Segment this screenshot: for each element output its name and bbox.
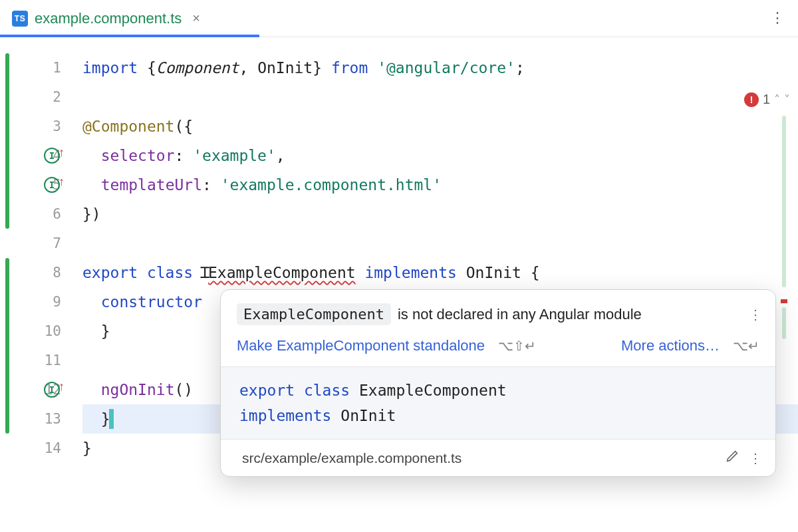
- implements-gutter-icon[interactable]: I↑: [44, 382, 65, 398]
- editor-gutter: 1 2 3 4 I↑ 5 I↑ 6 7 8 9 10 11 12 I↑ 13 1…: [0, 37, 82, 532]
- more-actions-link[interactable]: More actions…: [621, 337, 720, 354]
- popup-header: ExampleComponent is not declared in any …: [221, 290, 775, 334]
- problems-indicator[interactable]: ! 1 ˄ ˅: [744, 92, 790, 107]
- line-number[interactable]: 11: [37, 352, 61, 368]
- line-number[interactable]: 1: [37, 60, 61, 76]
- popup-actions: Make ExampleComponent standalone ⌥⇧↵ Mor…: [221, 334, 775, 366]
- minimap-change-marker[interactable]: [782, 307, 786, 339]
- popup-more-icon[interactable]: ⋮: [749, 307, 762, 323]
- code-line: [82, 82, 798, 112]
- edit-pencil-icon[interactable]: [725, 449, 739, 467]
- tab-title: example.component.ts: [35, 10, 182, 27]
- code-line: selector: 'example',: [82, 141, 798, 170]
- code-line: templateUrl: 'example.component.html': [82, 170, 798, 200]
- popup-code-preview: export class ExampleComponent implements…: [221, 366, 775, 439]
- line-number[interactable]: 8: [37, 265, 61, 281]
- implements-gutter-icon[interactable]: I↑: [44, 148, 65, 164]
- popup-message: is not declared in any Angular module: [398, 306, 642, 323]
- typescript-icon: TS: [12, 11, 28, 27]
- line-number[interactable]: 9: [37, 294, 61, 310]
- editor-tab-bar: TS example.component.ts × ⋮: [0, 0, 798, 37]
- popup-footer: src/example/example.component.ts ⋮: [221, 439, 775, 476]
- error-icon: !: [744, 92, 759, 107]
- line-number[interactable]: 6: [37, 206, 61, 222]
- error-count: 1: [763, 92, 770, 107]
- code-line: [82, 229, 798, 258]
- intention-popup: ExampleComponent is not declared in any …: [220, 289, 776, 477]
- code-line: import {Component, OnInit} from '@angula…: [82, 53, 798, 82]
- chevron-down-icon[interactable]: ˅: [784, 92, 790, 107]
- editor-tab[interactable]: TS example.component.ts ×: [0, 0, 212, 37]
- popup-file-path: src/example/example.component.ts: [242, 450, 462, 466]
- code-line: @Component({: [82, 112, 798, 141]
- code-line: export class ᏆExampleComponent implement…: [82, 258, 798, 287]
- implements-gutter-icon[interactable]: I↑: [44, 177, 65, 193]
- popup-class-badge: ExampleComponent: [237, 303, 391, 325]
- line-number[interactable]: 14: [37, 440, 61, 456]
- line-number[interactable]: 2: [37, 89, 61, 105]
- shortcut-label: ⌥↵: [733, 338, 759, 354]
- minimap-change-marker[interactable]: [782, 116, 786, 287]
- error-underline: ExampleComponent: [208, 258, 356, 287]
- close-tab-icon[interactable]: ×: [192, 11, 200, 26]
- tab-more-icon[interactable]: ⋮: [770, 9, 785, 27]
- line-number[interactable]: 10: [37, 323, 61, 339]
- minimap-error-marker[interactable]: [781, 299, 787, 303]
- caret-icon: [109, 409, 114, 429]
- code-line: }): [82, 200, 798, 229]
- line-number[interactable]: 7: [37, 235, 61, 251]
- line-number[interactable]: 13: [37, 411, 61, 427]
- shortcut-label: ⌥⇧↵: [498, 338, 536, 354]
- popup-footer-more-icon[interactable]: ⋮: [749, 450, 762, 466]
- line-number[interactable]: 3: [37, 118, 61, 134]
- make-standalone-action[interactable]: Make ExampleComponent standalone: [237, 337, 485, 354]
- chevron-up-icon[interactable]: ˄: [774, 92, 780, 107]
